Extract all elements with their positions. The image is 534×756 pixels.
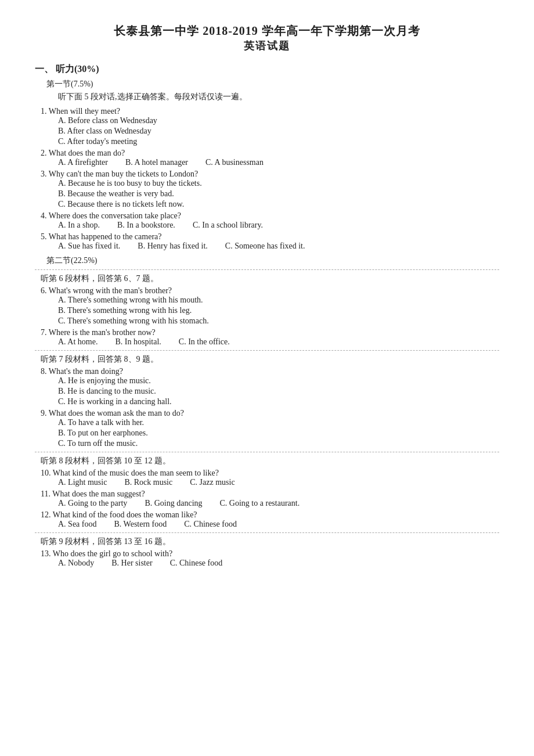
question-text: 3. Why can't the man buy the tickets to … xyxy=(41,170,499,179)
section1-header: 一、 听力(30%) xyxy=(35,63,499,75)
question-p2-13: 13. Who does the girl go to school with?… xyxy=(41,549,499,568)
option-inline: A. In a shop. xyxy=(58,221,100,230)
option: B. To put on her earphones. xyxy=(58,429,499,438)
question-text: 2. What does the man do? xyxy=(41,149,499,158)
option-inline: C. Chinese food xyxy=(184,520,237,529)
part2-label: 第二节(22.5%) xyxy=(46,255,499,266)
question-text: 4. Where does the conversation take plac… xyxy=(41,211,499,221)
option-inline: A. A firefighter xyxy=(58,158,108,167)
option: A. To have a talk with her. xyxy=(58,418,499,427)
option-inline: A. At home. xyxy=(58,337,98,347)
question-text: 8. What's the man doing? xyxy=(41,367,499,376)
page-title-sub: 英语试题 xyxy=(35,39,499,53)
option-inline: B. Rock music xyxy=(124,478,172,487)
question-p2-10: 10. What kind of the music does the man … xyxy=(41,469,499,487)
question-text: 12. What kind of the food does the woman… xyxy=(41,510,499,520)
question-p2-6: 6. What's wrong with the man's brother?A… xyxy=(41,286,499,326)
option-inline: A. Going to the party xyxy=(58,499,127,508)
option: C. He is working in a dancing hall. xyxy=(58,397,499,406)
option: B. After class on Wednesday xyxy=(58,127,499,136)
question-text: 1. When will they meet? xyxy=(41,107,499,116)
option-inline: A. Sue has fixed it. xyxy=(58,242,120,251)
question-text: 5. What has happened to the camera? xyxy=(41,232,499,242)
option: B. Because the weather is very bad. xyxy=(58,189,499,199)
option: B. He is dancing to the music. xyxy=(58,387,499,396)
question-text: 6. What's wrong with the man's brother? xyxy=(41,286,499,296)
option-inline: C. A businessman xyxy=(205,158,264,167)
option: C. Because there is no tickets left now. xyxy=(58,200,499,209)
question-text: 7. Where is the man's brother now? xyxy=(41,328,499,337)
option: A. Before class on Wednesday xyxy=(58,116,499,125)
part1-instruction: 听下面 5 段对话,选择正确答案。每段对话仅读一遍。 xyxy=(58,92,499,102)
question-text: 11. What does the man suggest? xyxy=(41,489,499,499)
question-5: 5. What has happened to the camera?A. Su… xyxy=(41,232,499,251)
option-inline: C. In the office. xyxy=(179,337,230,347)
group-intro-2: 听第 8 段材料，回答第 10 至 12 题。 xyxy=(41,456,499,466)
group-intro-1: 听第 7 段材料，回答第 8、9 题。 xyxy=(41,354,499,365)
question-p2-11: 11. What does the man suggest?A. Going t… xyxy=(41,489,499,508)
option: A. Because he is too busy to buy the tic… xyxy=(58,179,499,188)
question-4: 4. Where does the conversation take plac… xyxy=(41,211,499,230)
question-p2-8: 8. What's the man doing?A. He is enjoyin… xyxy=(41,367,499,406)
option-inline: C. Chinese food xyxy=(170,559,223,568)
part1-label: 第一节(7.5%) xyxy=(46,79,499,89)
option-inline: A. Nobody xyxy=(58,559,94,568)
option: A. He is enjoying the music. xyxy=(58,376,499,386)
question-text: 10. What kind of the music does the man … xyxy=(41,469,499,478)
option-inline: C. Jazz music xyxy=(190,478,234,487)
option: A. There's something wrong with his mout… xyxy=(58,296,499,305)
option-inline: B. In a bookstore. xyxy=(117,221,175,230)
option: B. There's something wrong with his leg. xyxy=(58,306,499,315)
option-inline: C. Going to a restaurant. xyxy=(220,499,300,508)
question-3: 3. Why can't the man buy the tickets to … xyxy=(41,170,499,209)
option-inline: A. Light music xyxy=(58,478,107,487)
option-inline: B. Henry has fixed it. xyxy=(138,242,208,251)
part1-questions: 1. When will they meet?A. Before class o… xyxy=(35,107,499,251)
question-p2-7: 7. Where is the man's brother now?A. At … xyxy=(41,328,499,347)
question-p2-9: 9. What does the woman ask the man to do… xyxy=(41,409,499,448)
page-title-main: 长泰县第一中学 2018-2019 学年高一年下学期第一次月考 xyxy=(35,23,499,39)
part2-groups: 第二节(22.5%)听第 6 段材料，回答第 6、7 题。6. What's w… xyxy=(35,255,499,568)
option-inline: B. In hospital. xyxy=(115,337,161,347)
option-inline: B. Going dancing xyxy=(145,499,202,508)
option: C. After today's meeting xyxy=(58,137,499,146)
option-inline: B. A hotel manager xyxy=(125,158,188,167)
option: C. To turn off the music. xyxy=(58,439,499,448)
question-text: 13. Who does the girl go to school with? xyxy=(41,549,499,559)
question-1: 1. When will they meet?A. Before class o… xyxy=(41,107,499,146)
option-inline: B. Western food xyxy=(114,520,167,529)
group-intro-3: 听第 9 段材料，回答第 13 至 16 题。 xyxy=(41,537,499,547)
question-p2-12: 12. What kind of the food does the woman… xyxy=(41,510,499,529)
group-intro-0: 听第 6 段材料，回答第 6、7 题。 xyxy=(41,273,499,284)
option-inline: A. Sea food xyxy=(58,520,97,529)
option: C. There's something wrong with his stom… xyxy=(58,316,499,326)
question-2: 2. What does the man do?A. A firefighter… xyxy=(41,149,499,167)
option-inline: B. Her sister xyxy=(111,559,152,568)
question-text: 9. What does the woman ask the man to do… xyxy=(41,409,499,418)
option-inline: C. In a school library. xyxy=(193,221,263,230)
option-inline: C. Someone has fixed it. xyxy=(225,242,305,251)
